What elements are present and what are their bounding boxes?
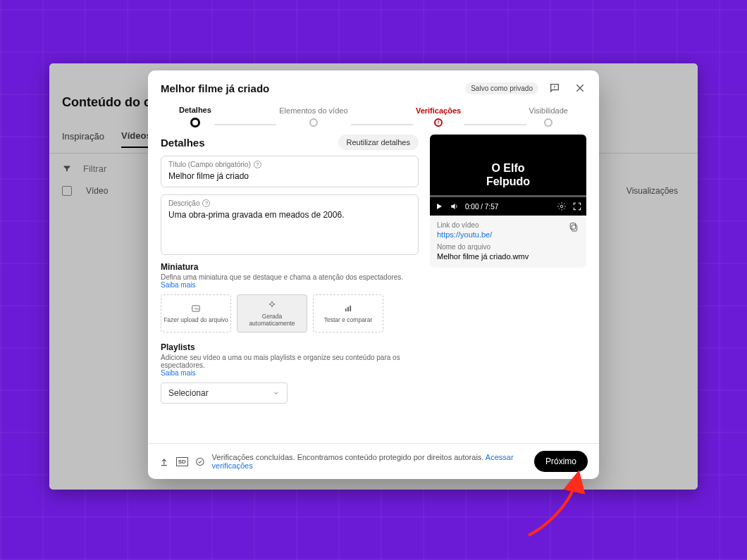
video-time: 0:00 / 7:57 xyxy=(465,203,498,211)
playlists-learn-more-link[interactable]: Saiba mais xyxy=(161,369,195,377)
modal-title: Melhor filme já criado xyxy=(161,82,458,94)
column-views: Visualizações xyxy=(626,186,678,196)
filter-icon xyxy=(62,164,72,173)
thumbnail-subtext: Defina uma miniatura que se destaque e c… xyxy=(161,273,403,281)
step-visibility[interactable]: Visibilidade xyxy=(526,106,571,127)
thumbnail-heading: Miniatura xyxy=(161,262,419,272)
footer-status-text: Verificações concluídas. Encontramos con… xyxy=(212,453,484,461)
svg-point-6 xyxy=(560,205,563,208)
details-section-title: Detalhes xyxy=(161,137,205,149)
description-field[interactable]: Descrição ? Uma obra-prima gravada em me… xyxy=(161,194,419,255)
filename-label: Nome do arquivo xyxy=(437,243,579,251)
description-value: Uma obra-prima gravada em meados de 2006… xyxy=(168,210,411,220)
upload-details-modal: Melhor filme já criado Salvo como privad… xyxy=(148,70,599,479)
help-icon[interactable]: ? xyxy=(254,161,261,168)
bar-chart-icon xyxy=(342,304,354,313)
studio-window: Conteúdo do canal Inspiração Vídeos Filt… xyxy=(49,63,698,490)
video-link[interactable]: https://youtu.be/ xyxy=(437,230,562,239)
upload-status-icon xyxy=(159,456,169,467)
reuse-details-button[interactable]: Reutilizar detalhes xyxy=(338,135,419,150)
sd-badge: SD xyxy=(176,457,188,466)
chevron-down-icon xyxy=(273,390,280,397)
thumbnail-learn-more-link[interactable]: Saiba mais xyxy=(161,281,195,289)
gear-icon[interactable] xyxy=(557,201,567,211)
svg-rect-8 xyxy=(570,223,575,230)
svg-rect-7 xyxy=(572,225,576,231)
select-all-checkbox[interactable] xyxy=(62,186,72,196)
upload-stepper: Detalhes Elementos do vídeo Verificações… xyxy=(148,103,599,127)
svg-rect-4 xyxy=(347,307,349,311)
volume-icon[interactable] xyxy=(450,201,459,211)
filename-value: Melhor filme já criado.wmv xyxy=(437,252,579,261)
title-value: Melhor filme já criado xyxy=(168,171,411,181)
title-field[interactable]: Título (Campo obrigatório) ? Melhor film… xyxy=(161,156,419,187)
help-icon[interactable]: ? xyxy=(202,199,210,207)
column-video: Vídeo xyxy=(86,186,108,196)
image-upload-icon xyxy=(190,304,202,313)
thumbnail-autogen-card[interactable]: Gerada automaticamente xyxy=(237,294,307,332)
svg-rect-5 xyxy=(350,306,351,311)
play-icon[interactable] xyxy=(434,201,444,211)
check-circle-icon xyxy=(195,456,205,467)
svg-point-9 xyxy=(197,458,204,465)
filter-input[interactable]: Filtrar xyxy=(83,163,106,174)
tab-videos[interactable]: Vídeos xyxy=(121,130,152,148)
next-button[interactable]: Próximo xyxy=(534,451,588,472)
video-player[interactable]: O Elfo Felpudo 0:00 / 7:57 xyxy=(430,135,586,216)
saved-status-chip: Salvo como privado xyxy=(465,82,538,94)
thumbnail-upload-card[interactable]: Fazer upload do arquivo xyxy=(161,294,231,332)
video-preview-panel: O Elfo Felpudo 0:00 / 7:57 xyxy=(430,135,586,268)
fullscreen-icon[interactable] xyxy=(572,201,582,211)
playlist-select[interactable]: Selecionar xyxy=(161,382,288,404)
thumbnail-test-card[interactable]: Testar e comparar xyxy=(313,294,383,332)
step-details[interactable]: Detalhes xyxy=(176,106,214,127)
step-checks[interactable]: Verificações xyxy=(413,106,464,127)
copy-icon[interactable] xyxy=(568,221,579,232)
tab-inspiracao[interactable]: Inspiração xyxy=(62,131,104,147)
playlists-subtext: Adicione seu vídeo a uma ou mais playlis… xyxy=(161,354,400,369)
video-link-label: Link do vídeo xyxy=(437,221,562,229)
playlists-heading: Playlists xyxy=(161,342,419,352)
feedback-icon[interactable] xyxy=(545,79,564,97)
svg-rect-3 xyxy=(345,309,347,311)
sparkle-icon xyxy=(266,300,278,310)
close-icon[interactable] xyxy=(571,79,589,97)
step-video-elements[interactable]: Elementos do vídeo xyxy=(276,106,350,127)
svg-point-1 xyxy=(554,89,555,89)
